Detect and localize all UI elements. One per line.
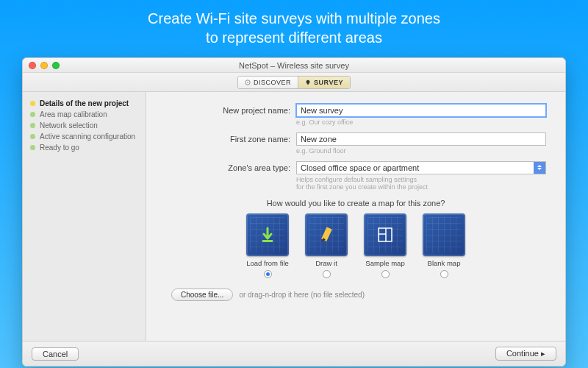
- window: NetSpot – Wireless site survey DISCOVER …: [22, 57, 566, 367]
- radio-draw[interactable]: [323, 270, 331, 278]
- svg-rect-2: [262, 240, 273, 242]
- sidebar-item-network: Network selection: [30, 120, 138, 131]
- pin-icon: [305, 79, 311, 85]
- pencil-icon: [317, 225, 336, 244]
- floorplan-icon: [376, 225, 395, 244]
- map-section-title: How would you like to create a map for t…: [165, 199, 546, 208]
- project-name-input[interactable]: New survey: [296, 104, 546, 117]
- wizard-sidebar: Details of the new project Area map cali…: [23, 92, 146, 341]
- map-options: Load from file Draw it Sample map Blank …: [165, 213, 546, 278]
- download-icon: [258, 225, 277, 244]
- area-type-hint: Helps configure default sampling setting…: [296, 176, 546, 192]
- sidebar-item-scanning: Active scanning configuration: [30, 131, 138, 142]
- continue-button[interactable]: Continue: [495, 347, 556, 361]
- titlebar: NetSpot – Wireless site survey: [23, 58, 565, 73]
- segmented-control: DISCOVER SURVEY: [23, 73, 565, 92]
- map-option-sample[interactable]: Sample map: [364, 213, 406, 278]
- map-option-load[interactable]: Load from file: [246, 213, 289, 278]
- project-name-label: New project name:: [165, 106, 290, 115]
- sidebar-item-details: Details of the new project: [30, 98, 138, 109]
- radio-sample[interactable]: [381, 270, 390, 278]
- promo-line1: Create Wi-Fi site surveys with multiple …: [0, 9, 588, 28]
- area-type-label: Zone's area type:: [165, 163, 290, 172]
- file-drop-hint: or drag-n-drop it here (no file selected…: [239, 291, 365, 299]
- chevron-updown-icon: [534, 162, 545, 174]
- svg-point-1: [247, 82, 248, 83]
- area-type-select[interactable]: Closed office space or apartment: [296, 161, 546, 174]
- blank-icon: [434, 225, 453, 244]
- cancel-button[interactable]: Cancel: [32, 347, 79, 361]
- radar-icon: [245, 79, 251, 85]
- map-option-blank[interactable]: Blank map: [423, 213, 465, 278]
- sidebar-item-calibration: Area map calibration: [30, 109, 138, 120]
- promo-line2: to represent different areas: [0, 28, 588, 47]
- tab-survey[interactable]: SURVEY: [298, 77, 350, 88]
- promo-banner: Create Wi-Fi site surveys with multiple …: [0, 0, 588, 57]
- sidebar-item-ready: Ready to go: [30, 142, 138, 153]
- window-title: NetSpot – Wireless site survey: [23, 61, 565, 70]
- radio-load[interactable]: [264, 270, 272, 278]
- zone-name-input[interactable]: New zone: [296, 132, 546, 146]
- main-panel: New project name: New survey e.g. Our co…: [146, 92, 565, 341]
- map-option-draw[interactable]: Draw it: [305, 213, 348, 278]
- footer: Cancel Continue: [23, 341, 565, 366]
- project-name-hint: e.g. Our cozy office: [296, 118, 546, 127]
- zone-name-hint: e.g. Ground floor: [296, 147, 546, 155]
- tab-discover[interactable]: DISCOVER: [238, 77, 298, 88]
- choose-file-button[interactable]: Choose file...: [171, 289, 233, 301]
- svg-rect-4: [379, 228, 392, 241]
- zone-name-label: First zone name:: [165, 135, 290, 144]
- radio-blank[interactable]: [440, 270, 448, 278]
